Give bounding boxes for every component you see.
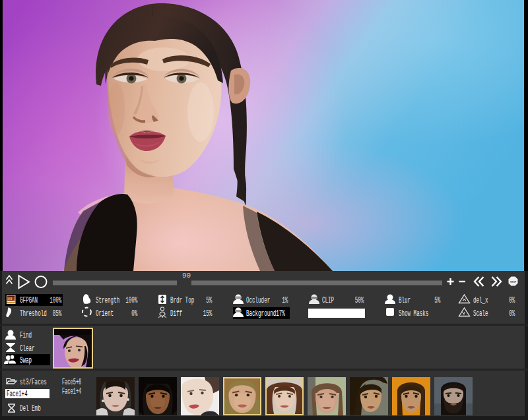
svg-text:STOP: STOP: [510, 281, 517, 284]
